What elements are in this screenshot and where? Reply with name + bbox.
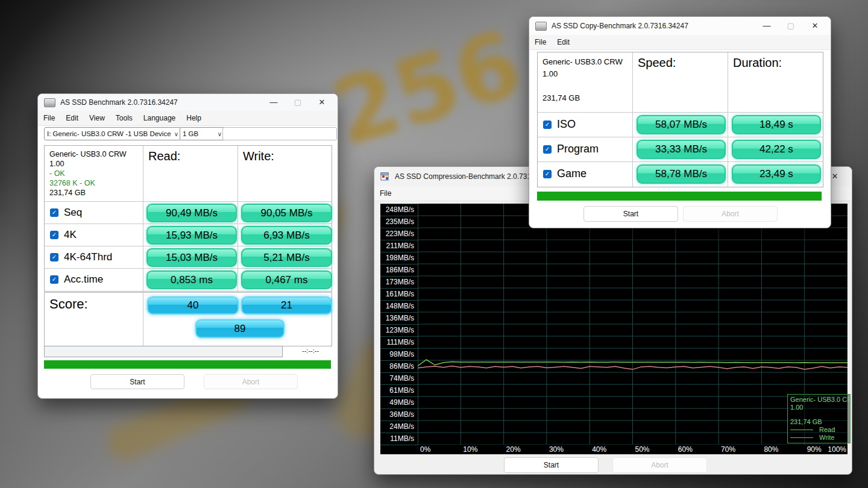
status-bar-green xyxy=(44,360,331,369)
seq-read-value: 90,49 MB/s xyxy=(146,204,237,222)
winforms-app-icon xyxy=(380,172,390,181)
menu-help[interactable]: Help xyxy=(181,114,207,122)
start-button[interactable]: Start xyxy=(504,457,599,473)
maximize-icon[interactable]: ▢ xyxy=(286,94,310,111)
x-tick-label: 60% xyxy=(678,445,693,454)
device-name: Generic- USB3.0 CRW xyxy=(49,149,127,159)
status-bar-green xyxy=(537,192,822,201)
compression-chart: 248MB/s235MB/s223MB/s211MB/s198MB/s186MB… xyxy=(380,204,848,454)
chart-legend: Generic- USB3.0 CRW 1.00 231,74 GB Read … xyxy=(787,394,851,443)
legend-read-line xyxy=(790,430,813,430)
game-speed-value: 58,78 MB/s xyxy=(637,164,726,184)
maximize-icon[interactable]: ▢ xyxy=(779,17,803,34)
acctime-write-value: 0,467 ms xyxy=(241,271,332,289)
checkbox[interactable]: ✓ xyxy=(50,253,58,261)
menu-file[interactable]: File xyxy=(38,114,60,122)
program-speed-value: 33,33 MB/s xyxy=(637,140,726,159)
checkbox[interactable]: ✓ xyxy=(50,275,58,284)
chart-y-axis: 248MB/s235MB/s223MB/s211MB/s198MB/s186MB… xyxy=(380,204,418,445)
read-column-header: Read: xyxy=(148,149,180,163)
row-label: 4K xyxy=(64,229,77,241)
start-button[interactable]: Start xyxy=(583,206,678,222)
y-tick-label: 36MB/s xyxy=(380,409,418,421)
row-seq: ✓ Seq xyxy=(45,201,82,224)
drive-select[interactable]: I: Generic- USB3.0 CRW -1 USB Device ∨ xyxy=(44,127,181,140)
checkbox[interactable]: ✓ xyxy=(50,231,58,239)
x-tick-label: 100% xyxy=(828,445,846,454)
y-tick-label: 161MB/s xyxy=(380,289,418,301)
4k-write-value: 6,93 MB/s xyxy=(241,226,332,245)
device-status-1: - OK xyxy=(49,169,127,178)
benchmark-window: AS SSD Benchmark 2.0.7316.34247 — ▢ ✕ Fi… xyxy=(37,93,338,399)
y-tick-label: 123MB/s xyxy=(380,325,418,337)
menu-language[interactable]: Language xyxy=(138,114,181,122)
close-icon[interactable]: ✕ xyxy=(803,17,827,34)
menu-file[interactable]: File xyxy=(529,38,552,46)
x-tick-label: 20% xyxy=(506,445,521,454)
score-write-value: 21 xyxy=(241,296,332,314)
menu-file[interactable]: File xyxy=(374,189,397,198)
y-tick-label: 74MB/s xyxy=(380,373,418,385)
abort-button[interactable]: Abort xyxy=(204,374,298,389)
program-duration-value: 42,22 s xyxy=(732,140,821,159)
menu-edit[interactable]: Edit xyxy=(552,38,575,46)
y-tick-label: 148MB/s xyxy=(380,301,418,313)
row-label: 4K-64Thrd xyxy=(64,251,112,263)
device-info: Generic- USB3.0 CRW 1.00 231,74 GB xyxy=(542,56,623,104)
device-capacity: 231,74 GB xyxy=(542,92,623,104)
time-display: --:--:-- xyxy=(302,347,319,354)
menu-view[interactable]: View xyxy=(84,114,110,122)
y-tick-label: 248MB/s xyxy=(380,204,418,216)
row-program: ✓ Program xyxy=(538,137,599,161)
text-input[interactable] xyxy=(222,127,337,140)
minimize-icon[interactable]: — xyxy=(262,94,286,111)
row-4k: ✓ 4K xyxy=(45,224,77,246)
checkbox[interactable]: ✓ xyxy=(543,145,552,154)
legend-device-name: Generic- USB3.0 CRW xyxy=(790,396,850,404)
abort-button[interactable]: Abort xyxy=(612,457,707,473)
checkbox[interactable]: ✓ xyxy=(543,170,552,178)
acctime-read-value: 0,853 ms xyxy=(146,271,237,289)
progress-bar xyxy=(44,346,283,357)
x-tick-label: 0% xyxy=(420,445,430,454)
copy-titlebar[interactable]: AS SSD Copy-Benchmark 2.0.7316.34247 — ▢… xyxy=(529,17,831,35)
device-capacity: 231,74 GB xyxy=(49,188,127,198)
y-tick-label: 136MB/s xyxy=(380,313,418,325)
4k-read-value: 15,93 MB/s xyxy=(146,226,237,245)
menu-tools[interactable]: Tools xyxy=(110,114,138,122)
game-duration-value: 23,49 s xyxy=(732,164,821,184)
close-icon[interactable]: ✕ xyxy=(310,94,334,111)
x-tick-label: 50% xyxy=(635,445,650,454)
y-tick-label: 173MB/s xyxy=(380,277,418,289)
row-label: Game xyxy=(557,167,587,180)
window-title: AS SSD Compression-Benchmark 2.0.7316. xyxy=(395,172,537,181)
checkbox[interactable]: ✓ xyxy=(50,208,58,217)
device-version: 1.00 xyxy=(49,159,127,169)
benchmark-titlebar[interactable]: AS SSD Benchmark 2.0.7316.34247 — ▢ ✕ xyxy=(38,94,338,111)
legend-read-label: Read xyxy=(819,426,835,434)
iso-speed-value: 58,07 MB/s xyxy=(637,115,726,134)
minimize-icon[interactable]: — xyxy=(755,17,779,34)
checkbox[interactable]: ✓ xyxy=(543,120,552,129)
duration-column-header: Duration: xyxy=(733,56,782,70)
legend-device-version: 1.00 xyxy=(790,404,850,411)
size-select[interactable]: 1 GB ∨ xyxy=(180,127,225,140)
x-tick-label: 10% xyxy=(463,445,477,454)
device-name: Generic- USB3.0 CRW xyxy=(542,56,623,68)
menu-edit[interactable]: Edit xyxy=(60,114,84,122)
copy-benchmark-window: AS SSD Copy-Benchmark 2.0.7316.34247 — ▢… xyxy=(529,16,831,228)
chart-x-axis: 0%10%20%30%40%50%60%70%80%90%100% xyxy=(418,445,848,454)
drive-select-value: I: Generic- USB3.0 CRW -1 USB Device xyxy=(47,130,171,137)
legend-write-line xyxy=(790,437,813,438)
row-label: Program xyxy=(557,143,599,155)
copy-grid: Generic- USB3.0 CRW 1.00 231,74 GB Speed… xyxy=(537,52,823,187)
results-grid: Generic- USB3.0 CRW 1.00 - OK 32768 K - … xyxy=(44,145,332,292)
score-box: Score: 40 21 89 xyxy=(44,292,332,346)
row-game: ✓ Game xyxy=(538,161,587,186)
start-button[interactable]: Start xyxy=(90,374,184,389)
abort-button[interactable]: Abort xyxy=(683,206,778,222)
chart-plot-area xyxy=(418,204,848,445)
y-tick-label: 235MB/s xyxy=(380,216,418,228)
window-title: AS SSD Copy-Benchmark 2.0.7316.34247 xyxy=(552,22,688,30)
row-iso: ✓ ISO xyxy=(538,112,576,137)
